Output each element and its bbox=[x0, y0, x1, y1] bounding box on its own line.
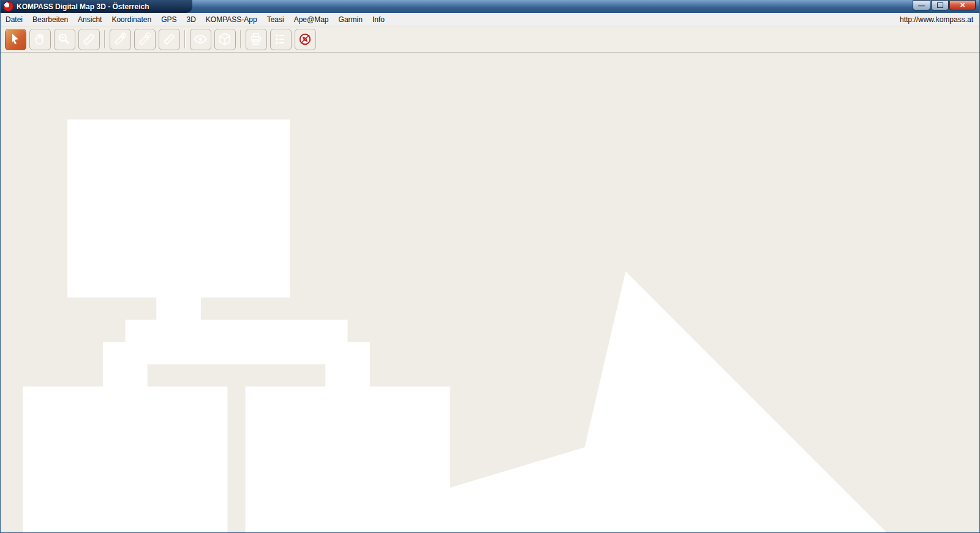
maximize-button[interactable] bbox=[931, 0, 949, 10]
minimize-button[interactable]: — bbox=[913, 0, 930, 10]
app-window: KOMPASS Digital Map 3D - Österreich — ✕ … bbox=[0, 0, 980, 533]
menu-item-info[interactable]: Info bbox=[368, 15, 390, 24]
title-pill: KOMPASS Digital Map 3D - Österreich bbox=[1, 0, 192, 13]
cursor-icon bbox=[8, 32, 23, 47]
menu-item-gps[interactable]: GPS bbox=[156, 15, 181, 24]
scale-ruler-button[interactable] bbox=[159, 29, 180, 50]
map-options-button[interactable] bbox=[270, 29, 292, 50]
tool-sidebar bbox=[1, 53, 979, 533]
compass-icon bbox=[298, 32, 312, 47]
pan-hand-button[interactable] bbox=[29, 29, 51, 50]
compass-north-button[interactable] bbox=[295, 29, 316, 50]
menu-item-teasi[interactable]: Teasi bbox=[262, 15, 289, 24]
ruler-minus-icon bbox=[137, 32, 152, 47]
menu-bar: DateiBearbeitenAnsichtKoordinatenGPS3DKO… bbox=[1, 13, 979, 26]
ruler-scale-icon bbox=[162, 32, 176, 47]
printer-icon bbox=[249, 32, 263, 47]
select-arrow-button[interactable] bbox=[5, 29, 26, 50]
menu-item-ape-map[interactable]: Ape@Map bbox=[289, 15, 334, 24]
scale-increase-button[interactable] bbox=[110, 29, 131, 50]
scale-decrease-button[interactable] bbox=[134, 29, 156, 50]
hand-icon bbox=[32, 32, 47, 47]
view-3d-button[interactable] bbox=[214, 29, 236, 50]
print-button[interactable] bbox=[246, 29, 267, 50]
options-list-icon bbox=[273, 32, 288, 47]
app-icon bbox=[3, 1, 13, 12]
menu-item-koordinaten[interactable]: Koordinaten bbox=[107, 15, 156, 24]
menu-item-kompass-app[interactable]: KOMPASS-App bbox=[201, 15, 262, 24]
menu-item-bearbeiten[interactable]: Bearbeiten bbox=[28, 15, 73, 24]
menu-items: DateiBearbeitenAnsichtKoordinatenGPS3DKO… bbox=[1, 15, 390, 24]
toolbar-separator bbox=[104, 30, 105, 48]
title-bar: KOMPASS Digital Map 3D - Österreich — ✕ bbox=[1, 0, 979, 13]
menu-item-ansicht[interactable]: Ansicht bbox=[73, 15, 107, 24]
waypoint-tree-icon bbox=[1, 53, 979, 533]
waypoint-manager-button[interactable] bbox=[1, 53, 979, 533]
toolbar-separator bbox=[240, 30, 241, 48]
menu-item-datei[interactable]: Datei bbox=[1, 15, 28, 24]
window-title: KOMPASS Digital Map 3D - Österreich bbox=[17, 2, 149, 11]
ruler-plus-icon bbox=[113, 32, 127, 47]
toolbar-separator bbox=[184, 30, 185, 48]
menu-url[interactable]: http://www.kompass.at bbox=[900, 15, 979, 24]
magnifier-plus-icon bbox=[57, 32, 72, 47]
toolbar bbox=[1, 26, 979, 53]
menu-item-3d[interactable]: 3D bbox=[181, 15, 200, 24]
eye-icon bbox=[193, 32, 208, 47]
measure-button[interactable] bbox=[78, 29, 100, 50]
ruler-icon bbox=[81, 32, 96, 47]
menu-item-garmin[interactable]: Garmin bbox=[334, 15, 368, 24]
zoom-button[interactable] bbox=[54, 29, 75, 50]
visibility-button[interactable] bbox=[190, 29, 211, 50]
cube-3d-icon bbox=[217, 32, 232, 47]
maximize-icon bbox=[937, 2, 943, 8]
close-button[interactable]: ✕ bbox=[949, 0, 976, 10]
